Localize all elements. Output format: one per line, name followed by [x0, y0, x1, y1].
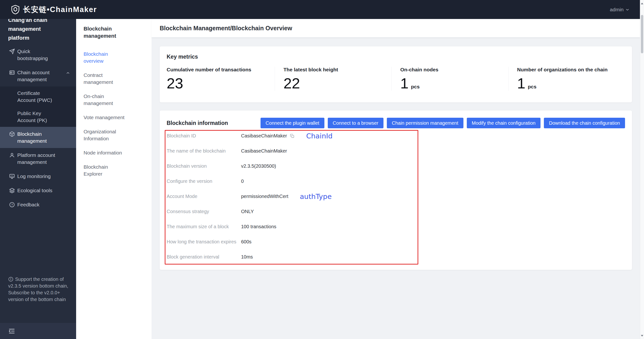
sidebar-item-label: Log monitoring: [17, 173, 60, 180]
sidebar-item-certificate-account-pwc[interactable]: Certificate Account (PWC): [0, 87, 76, 107]
blockchain-information-header: Blockchain information Connect the plugi…: [167, 118, 625, 128]
sidebar-item-blockchain-management[interactable]: Blockchain management: [0, 127, 76, 148]
main: Blockchain Management/Blockchain Overvie…: [152, 19, 640, 339]
info-row-blockchain-id: Blockchain ID CasibaseChainMaker ChainId: [167, 128, 625, 143]
submenu-item-on-chain-management[interactable]: On-chain management: [76, 89, 152, 110]
info-row-block-generation-interval: Block generation interval 10ms: [167, 249, 625, 264]
id-card-icon: [9, 70, 15, 76]
info-row-configure-version: Configure the version 0: [167, 174, 625, 189]
sidebar-item-chain-account-management[interactable]: Chain account management: [0, 65, 76, 87]
info-value: v2.3.5(2030500): [241, 163, 276, 169]
submenu-item-label: Vote management: [84, 114, 127, 121]
logo: 长安链•ChainMaker: [11, 5, 97, 15]
info-value: CasibaseChainMaker ChainId: [241, 132, 332, 140]
scrollbar-down-arrow[interactable]: [640, 332, 644, 339]
metric-label: The latest block height: [284, 67, 392, 73]
submenu-item-blockchain-explorer[interactable]: Blockchain Explorer: [76, 160, 152, 181]
submenu-item-blockchain-overview[interactable]: Blockchain overview: [76, 47, 152, 68]
blockchain-info-rows: Blockchain ID CasibaseChainMaker ChainId…: [167, 128, 625, 264]
sidebar-submenu-chain-account: Certificate Account (PWC) Public Key Acc…: [0, 87, 76, 127]
info-value: 600s: [241, 239, 252, 245]
sidebar-item-label: Chain account management: [17, 69, 60, 83]
info-row-blockchain-version: Blockchain version v2.3.5(2030500): [167, 159, 625, 174]
chain-permission-management-button[interactable]: Chain permission management: [387, 118, 464, 128]
sidebar-item-label: Blockchain management: [17, 130, 60, 144]
submenu-item-contract-management[interactable]: Contract management: [76, 68, 152, 89]
info-row-blockchain-name: The name of the blockchain CasibaseChain…: [167, 143, 625, 159]
info-label: How long the transaction expires: [167, 239, 241, 245]
info-value: 10ms: [241, 254, 253, 260]
metric-unit: pcs: [528, 84, 536, 90]
sidebar-item-label: Certificate Account (PWC): [17, 90, 58, 104]
sidebar-item-log-monitoring[interactable]: Log monitoring: [0, 169, 76, 183]
sidebar-item-label: Public Key Account (PK): [17, 110, 58, 124]
connect-plugin-wallet-button[interactable]: Connect the plugin wallet: [260, 118, 324, 128]
sidebar-item-platform-account-management[interactable]: Platform account management: [0, 148, 76, 169]
cube-icon: [9, 131, 15, 137]
info-label: Configure the version: [167, 179, 241, 184]
sidebar-item-quick-bootstrapping[interactable]: Quick bootstrapping: [0, 44, 76, 65]
metric-label: Cumulative number of transactions: [167, 67, 275, 73]
metric-on-chain-nodes: On-chain nodes 1 pcs: [392, 67, 508, 91]
sidebar-item-public-key-account-pk[interactable]: Public Key Account (PK): [0, 107, 76, 127]
submenu: Blockchain management Blockchain overvie…: [76, 19, 152, 339]
body-row: Chang'an chain management platform Quick…: [0, 19, 640, 339]
sidebar-item-ecological-tools[interactable]: Ecological tools: [0, 183, 76, 197]
account-mode-value: permissionedWithCert: [241, 194, 288, 199]
scrollbar-thumb[interactable]: [641, 15, 643, 53]
modify-chain-configuration-button[interactable]: Modify the chain configuration: [467, 118, 541, 128]
submenu-item-node-information[interactable]: Node information: [76, 146, 152, 160]
info-label: Consensus strategy: [167, 209, 241, 214]
connect-browser-button[interactable]: Connect to a browser: [328, 118, 384, 128]
submenu-item-organizational-information[interactable]: Organizational Information: [76, 124, 152, 146]
metric-label: On-chain nodes: [400, 67, 508, 73]
scrollbar-up-arrow[interactable]: [640, 0, 644, 7]
sidebar: Chang'an chain management platform Quick…: [0, 19, 76, 339]
key-metrics-card: Key metrics Cumulative number of transac…: [160, 46, 632, 102]
submenu-item-vote-management[interactable]: Vote management: [76, 110, 152, 124]
chevron-up-icon: [66, 70, 70, 75]
page-scrollbar: [640, 0, 644, 339]
info-icon: [8, 276, 14, 282]
blockchain-information-title: Blockchain information: [167, 120, 228, 126]
metric-value: 1: [400, 76, 408, 91]
info-label: Block generation interval: [167, 254, 241, 260]
sidebar-item-label: Quick bootstrapping: [17, 48, 60, 62]
metrics-row: Cumulative number of transactions 23 The…: [167, 67, 625, 91]
key-metrics-title: Key metrics: [167, 54, 625, 60]
info-value: CasibaseChainMaker: [241, 148, 287, 154]
metric-cumulative-transactions: Cumulative number of transactions 23: [167, 67, 275, 91]
sidebar-footnote: Support the creation of v2.3.5 version b…: [0, 276, 76, 303]
metric-value: 1: [517, 76, 526, 91]
collapse-sidebar-icon[interactable]: [8, 327, 15, 335]
sidebar-item-feedback[interactable]: ? Feedback: [0, 197, 76, 212]
info-label: Blockchain version: [167, 163, 241, 169]
user-name: admin: [610, 7, 624, 13]
platform-title: Chang'an chain management platform: [0, 16, 55, 44]
info-label: Blockchain ID: [167, 133, 241, 139]
sidebar-footnote-text: Support the creation of v2.3.5 version b…: [8, 276, 68, 302]
info-label: The name of the blockchain: [167, 148, 241, 154]
info-value: permissionedWithCert authType: [241, 192, 332, 201]
annotation-authtype: authType: [300, 192, 332, 201]
info-value: 100 transactions: [241, 224, 276, 229]
metric-value: 23: [167, 76, 183, 91]
copy-icon[interactable]: [290, 134, 295, 138]
metric-unit: pcs: [411, 84, 420, 90]
info-value: ONLY: [241, 209, 254, 214]
blockchain-id-value: CasibaseChainMaker: [241, 133, 287, 139]
sidebar-item-label: Platform account management: [17, 152, 60, 166]
sidebar-item-label: Feedback: [17, 201, 60, 208]
info-row-account-mode: Account Mode permissionedWithCert authTy…: [167, 189, 625, 204]
download-chain-configuration-button[interactable]: Download the chain configuration: [544, 118, 625, 128]
submenu-item-label: Node information: [84, 149, 127, 156]
user-icon: [9, 152, 15, 158]
user-menu[interactable]: admin: [610, 7, 630, 13]
breadcrumb: Blockchain Management/Blockchain Overvie…: [152, 19, 640, 37]
info-label: The maximum size of a block: [167, 224, 241, 229]
submenu-item-label: Blockchain Explorer: [84, 163, 127, 177]
svg-text:?: ?: [11, 203, 13, 207]
question-icon: ?: [9, 202, 15, 208]
topbar: 长安链•ChainMaker admin: [0, 0, 640, 19]
metric-value: 22: [284, 76, 300, 91]
